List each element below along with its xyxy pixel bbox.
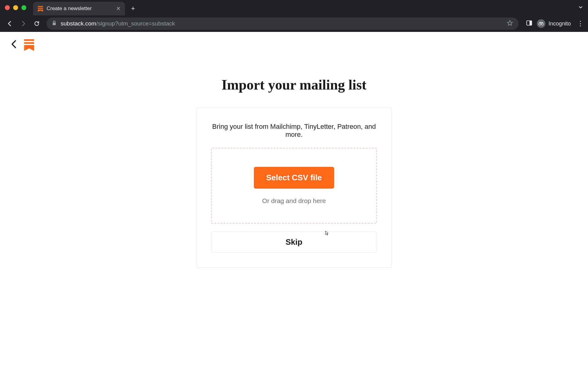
import-description: Bring your list from Mailchimp, TinyLett… <box>211 123 377 139</box>
profile-badge[interactable]: Incognito <box>537 19 571 28</box>
incognito-icon <box>537 19 545 28</box>
traffic-lights <box>5 5 26 10</box>
csv-dropzone[interactable]: Select CSV file Or drag and drop here <box>211 148 377 224</box>
svg-rect-2 <box>53 23 56 25</box>
browser-chrome: Create a newsletter ✕ + substack.com/sig… <box>0 0 588 32</box>
address-bar-row: substack.com/signup?utm_source=substack … <box>0 15 588 32</box>
svg-rect-8 <box>24 42 34 44</box>
tab-close-icon[interactable]: ✕ <box>116 5 121 12</box>
svg-rect-1 <box>38 8 43 9</box>
substack-logo-icon[interactable] <box>24 39 34 51</box>
address-bar[interactable]: substack.com/signup?utm_source=substack <box>47 17 518 30</box>
page-title: Import your mailing list <box>196 77 392 93</box>
minimize-window-button[interactable] <box>13 5 18 10</box>
tab-list-chevron-icon[interactable] <box>578 5 583 11</box>
url-path: /signup?utm_source=substack <box>96 20 175 27</box>
page-header <box>0 32 588 58</box>
close-window-button[interactable] <box>5 5 10 10</box>
main-content: Import your mailing list Bring your list… <box>196 77 392 268</box>
drop-hint: Or drag and drop here <box>218 197 370 205</box>
tab-title: Create a newsletter <box>47 6 112 12</box>
bookmark-star-icon[interactable] <box>507 20 513 28</box>
maximize-window-button[interactable] <box>21 5 26 10</box>
reload-button[interactable] <box>31 18 42 29</box>
svg-rect-4 <box>530 21 532 25</box>
back-button[interactable] <box>4 18 15 29</box>
lock-icon <box>52 21 56 27</box>
window-controls-row: Create a newsletter ✕ + <box>0 0 588 15</box>
svg-point-5 <box>539 23 541 25</box>
svg-rect-0 <box>38 6 43 7</box>
select-csv-button[interactable]: Select CSV file <box>254 167 334 189</box>
toolbar-right: Incognito ⋮ <box>526 19 584 28</box>
svg-rect-7 <box>24 39 34 41</box>
kebab-menu-icon[interactable]: ⋮ <box>577 20 584 28</box>
side-panel-icon[interactable] <box>526 20 533 28</box>
page-back-button[interactable] <box>11 40 17 51</box>
url-text: substack.com/signup?utm_source=substack <box>61 20 175 27</box>
forward-button[interactable] <box>18 18 29 29</box>
tab-favicon-icon <box>37 6 43 12</box>
profile-label: Incognito <box>548 21 571 27</box>
url-host: substack.com <box>61 20 96 27</box>
browser-tab[interactable]: Create a newsletter ✕ <box>33 2 125 15</box>
svg-point-6 <box>541 23 544 25</box>
import-card: Bring your list from Mailchimp, TinyLett… <box>196 108 392 268</box>
new-tab-button[interactable]: + <box>131 5 135 13</box>
skip-button[interactable]: Skip <box>211 232 377 253</box>
